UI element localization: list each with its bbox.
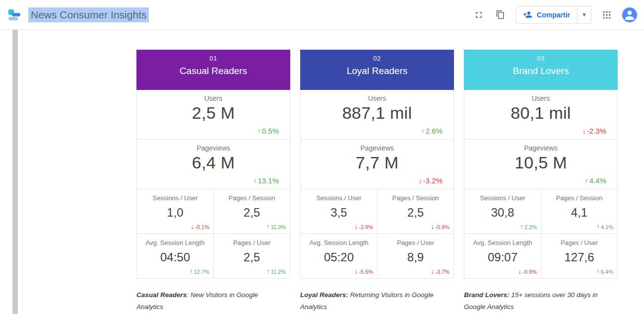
metric-value: 8,9: [378, 250, 453, 264]
pages-per-session-metric: Pages / Session 2,5 ↑11.3%: [213, 189, 290, 234]
person-add-icon: [523, 10, 532, 19]
fullscreen-icon[interactable]: [473, 9, 485, 21]
metric-value: 4,1: [541, 206, 617, 220]
metric-value: 2,5: [214, 206, 290, 220]
report-title[interactable]: News Consumer Insights: [28, 7, 149, 22]
trend-arrow-icon: ↓: [191, 223, 194, 231]
avg-session-length-metric: Avg. Session Length 09:07 ↓-0.9%: [464, 234, 541, 279]
sessions-per-user-metric: Sessions / User 3,5 ↓-2.9%: [300, 189, 377, 234]
metric-change: ↑6.4%: [596, 267, 613, 275]
metric-label: Sessions / User: [464, 189, 541, 202]
metric-value: 09:07: [464, 250, 541, 264]
footnote-loyal-readers: Loyal Readers: Returning Visitors in Goo…: [300, 289, 449, 313]
footnote-term: Brand Lovers:: [464, 291, 510, 299]
pages-per-user-metric: Pages / User 127,6 ↑6.4%: [541, 234, 618, 279]
change-percent: 11.2%: [271, 269, 286, 275]
share-button-label: Compartir: [537, 11, 570, 19]
metric-label: Pages / Session: [541, 189, 617, 202]
metric-change: ↑11.2%: [266, 267, 286, 275]
pages-per-user-metric: Pages / User 2,5 ↑11.2%: [213, 234, 290, 279]
footnote-casual-readers: Casual Readers: New Visitors in Google A…: [136, 289, 285, 313]
footnote-brand-lovers: Brand Lovers: 15+ sessions over 30 days …: [464, 289, 613, 313]
metric-change: ↓-5.5%: [354, 267, 373, 275]
users-metric: Users 887,1 mil ↑2.6%: [300, 90, 454, 140]
metric-label: Pages / User: [541, 234, 617, 246]
metric-change: ↑13.1%: [253, 176, 279, 185]
share-dropdown-button[interactable]: ▼: [577, 6, 591, 23]
metric-label: Pageviews: [137, 140, 290, 152]
change-percent: 0.5%: [262, 127, 279, 135]
share-button[interactable]: Compartir: [516, 6, 577, 23]
metric-value: 3,5: [301, 206, 377, 220]
metric-change: ↑2.6%: [421, 127, 443, 135]
apps-grid-icon[interactable]: [601, 9, 613, 21]
trend-arrow-icon: ↓: [354, 223, 358, 231]
metric-label: Pages / Session: [214, 189, 290, 202]
metric-label: Users: [301, 90, 453, 102]
metric-value: 6,4 M: [137, 153, 290, 172]
change-percent: -0.1%: [195, 224, 209, 230]
trend-arrow-icon: ↓: [354, 267, 358, 275]
pageviews-metric: Pageviews 7,7 M ↓-3.2%: [300, 140, 454, 189]
user-avatar[interactable]: [622, 7, 637, 22]
metric-change: ↓-3.2%: [419, 176, 443, 185]
card-number: 03: [464, 50, 618, 62]
metric-label: Sessions / User: [137, 189, 213, 202]
metric-label: Avg. Session Length: [464, 234, 541, 246]
metrics-row: Sessions / User 30,8 ↑2.2% Pages / Sessi…: [464, 189, 618, 234]
trend-arrow-icon: ↑: [421, 127, 425, 135]
metric-label: Pageviews: [464, 140, 617, 152]
change-percent: 11.3%: [271, 224, 286, 230]
copy-report-icon[interactable]: [494, 9, 506, 21]
card-title: Loyal Readers: [300, 66, 454, 77]
change-percent: -2.3%: [587, 127, 606, 135]
trend-arrow-icon: ↓: [431, 267, 434, 275]
metric-change: ↑12.7%: [190, 267, 209, 275]
change-percent: -5.5%: [359, 269, 373, 275]
data-studio-logo-icon[interactable]: [7, 7, 22, 22]
card-header: 02 Loyal Readers: [300, 50, 454, 90]
metric-label: Users: [464, 90, 617, 102]
trend-arrow-icon: ↑: [266, 267, 270, 275]
metric-change: ↓-0.1%: [191, 223, 209, 231]
metric-label: Sessions / User: [301, 189, 377, 202]
avg-session-length-metric: Avg. Session Length 04:50 ↑12.7%: [136, 234, 213, 279]
metrics-row: Sessions / User 1,0 ↓-0.1% Pages / Sessi…: [136, 189, 290, 234]
metric-change: ↑11.3%: [266, 223, 286, 231]
change-percent: -0.9%: [522, 269, 537, 275]
change-percent: -0.9%: [435, 224, 450, 230]
trend-arrow-icon: ↑: [253, 177, 257, 185]
metric-label: Avg. Session Length: [301, 234, 377, 246]
footnote-term: Casual Readers: [136, 291, 187, 299]
metric-label: Pages / Session: [378, 189, 453, 202]
trend-arrow-icon: ↓: [582, 127, 586, 135]
trend-arrow-icon: ↓: [518, 267, 521, 275]
metric-value: 05:20: [301, 250, 377, 264]
metric-change: ↓-0.9%: [431, 223, 450, 231]
metric-change: ↓-2.9%: [354, 223, 373, 231]
pages-per-session-metric: Pages / Session 2,5 ↓-0.9%: [377, 189, 454, 234]
metric-label: Avg. Session Length: [137, 234, 213, 246]
change-percent: 2.2%: [524, 224, 537, 230]
trend-arrow-icon: ↑: [258, 127, 261, 135]
top-bar-actions: Compartir ▼: [473, 6, 637, 24]
change-percent: 2.6%: [426, 127, 443, 135]
change-percent: 12.7%: [194, 269, 209, 275]
trend-arrow-icon: ↑: [596, 223, 600, 231]
metric-value: 1,0: [137, 206, 213, 220]
chevron-down-icon: ▼: [582, 12, 587, 17]
metric-value: 80,1 mil: [464, 103, 617, 123]
pages-per-user-metric: Pages / User 8,9 ↓-3.7%: [377, 234, 454, 279]
share-split-button: Compartir ▼: [515, 6, 591, 24]
trend-arrow-icon: ↑: [190, 267, 193, 275]
card-header: 03 Brand Lovers: [464, 50, 618, 90]
metric-value: 887,1 mil: [301, 103, 453, 123]
canvas-left-strip: [12, 30, 18, 314]
scorecard-casual-readers: 01 Casual Readers Users 2,5 M ↑0.5% Page…: [136, 50, 290, 279]
card-header: 01 Casual Readers: [136, 50, 290, 90]
metric-value: 2,5: [214, 250, 290, 264]
metric-label: Pages / User: [214, 234, 290, 246]
metric-change: ↑2.2%: [520, 223, 537, 231]
metric-change: ↑4.4%: [585, 176, 606, 185]
metric-label: Pages / User: [378, 234, 453, 246]
